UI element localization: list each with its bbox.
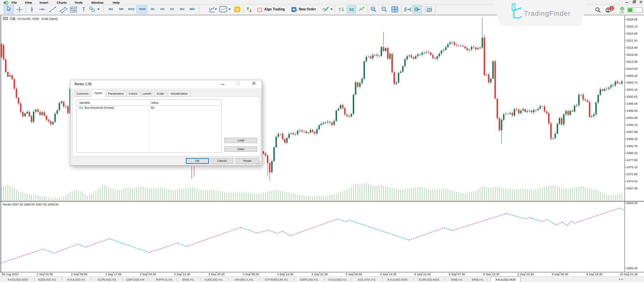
svg-text:3 Sep 20:30: 3 Sep 20:30	[208, 273, 225, 276]
svg-text:2487.88: 2487.88	[627, 130, 638, 134]
svg-text:10 Sep 01:30: 10 Sep 01:30	[620, 273, 638, 276]
svg-text:2521.03: 2521.03	[627, 39, 638, 42]
svg-text:6 Sep 07:30: 6 Sep 07:30	[449, 273, 465, 276]
svg-text:6 Sep 23:30: 6 Sep 23:30	[518, 273, 534, 276]
svg-text:9 Sep 16:30: 9 Sep 16:30	[586, 273, 603, 276]
svg-text:30 Aug 2024: 30 Aug 2024	[2, 273, 19, 276]
svg-text:2470.03: 2470.03	[627, 180, 638, 183]
svg-text:Renko 2657.50 2658.00 2657.50: Renko 2657.50 2658.00 2657.50 2658.00	[3, 203, 58, 206]
svg-text:4 Sep 13:30: 4 Sep 13:30	[277, 273, 293, 276]
svg-text:LVL: LVL	[620, 11, 624, 13]
svg-text:2 Sep 17:00: 2 Sep 17:00	[105, 273, 122, 276]
svg-text:2595.46: 2595.46	[627, 267, 638, 270]
svg-text:5 Sep 22:30: 5 Sep 22:30	[415, 273, 431, 276]
svg-text:2492.98: 2492.98	[627, 116, 638, 120]
svg-text:5 Sep 14:30: 5 Sep 14:30	[380, 273, 396, 276]
svg-text:2515.93: 2515.93	[627, 53, 638, 56]
svg-text:5 Sep 06:30: 5 Sep 06:30	[346, 273, 362, 276]
svg-text:2467.48: 2467.48	[627, 187, 638, 190]
svg-text:2642.04: 2642.04	[627, 201, 638, 205]
svg-text:2518.48: 2518.48	[627, 46, 638, 49]
svg-text:2526.13: 2526.13	[627, 25, 638, 28]
svg-text:2498.08: 2498.08	[627, 102, 638, 105]
svg-text:4 Sep 05:30: 4 Sep 05:30	[243, 273, 259, 276]
svg-text:2485.33: 2485.33	[627, 137, 638, 141]
svg-text:9 Sep 08:30: 9 Sep 08:30	[552, 273, 568, 276]
svg-text:2475.13: 2475.13	[627, 166, 638, 169]
svg-text:6 Sep 15:30: 6 Sep 15:30	[483, 273, 499, 276]
svg-text:4 Sep 21:30: 4 Sep 21:30	[311, 273, 328, 276]
svg-text:1: 1	[611, 6, 613, 10]
svg-text:2523.58: 2523.58	[627, 32, 638, 35]
svg-text:2503.18: 2503.18	[627, 88, 638, 91]
svg-text:2472.58: 2472.58	[627, 173, 638, 176]
svg-text:3 Sep 12:30: 3 Sep 12:30	[174, 273, 191, 276]
svg-text:2495.53: 2495.53	[627, 109, 638, 112]
svg-text:2500.63: 2500.63	[627, 95, 638, 98]
svg-text:2513.38: 2513.38	[627, 60, 638, 63]
svg-text:2508.28: 2508.28	[627, 74, 638, 78]
svg-text:2 Sep 01:00: 2 Sep 01:00	[37, 273, 53, 276]
svg-text:2505.73: 2505.73	[627, 81, 638, 84]
svg-text:2 Sep 09:00: 2 Sep 09:00	[71, 273, 88, 276]
svg-text:2482.78: 2482.78	[627, 144, 638, 148]
svg-text:3 Sep 04:30: 3 Sep 04:30	[140, 273, 156, 276]
svg-text:2490.43: 2490.43	[627, 123, 638, 127]
svg-text:2480.23: 2480.23	[627, 151, 638, 155]
svg-text:2528.68: 2528.68	[627, 18, 638, 21]
svg-text:2477.68: 2477.68	[627, 158, 638, 162]
svg-text:2510.83: 2510.83	[627, 67, 638, 70]
